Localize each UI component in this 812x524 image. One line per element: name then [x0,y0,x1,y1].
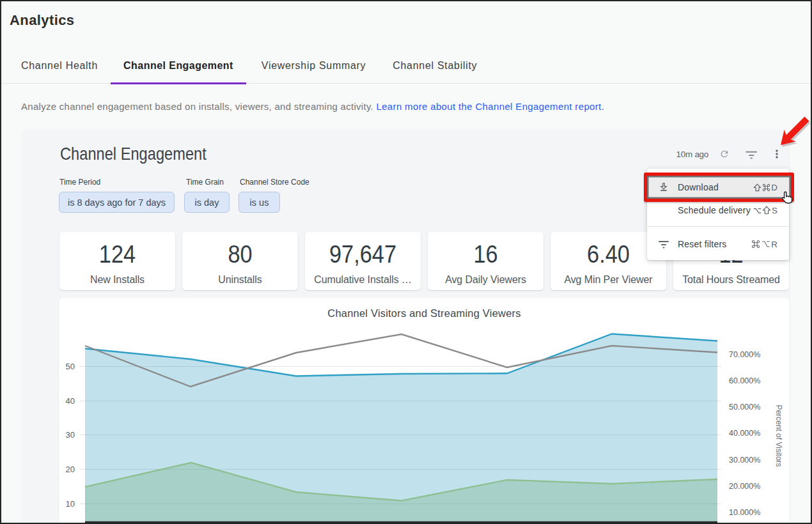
svg-text:40.000%: 40.000% [729,429,760,438]
svg-text:30.000%: 30.000% [729,456,760,465]
svg-text:10: 10 [66,499,75,509]
svg-text:50.000%: 50.000% [729,403,760,412]
svg-text:30: 30 [66,430,75,440]
svg-text:40: 40 [66,396,75,406]
svg-text:Percent of Visitors: Percent of Visitors [774,405,783,466]
svg-text:10.000%: 10.000% [729,508,760,517]
svg-text:20: 20 [66,465,75,474]
svg-text:50: 50 [66,362,75,371]
svg-text:60.000%: 60.000% [729,376,760,385]
svg-text:20.000%: 20.000% [729,482,760,491]
svg-text:70.000%: 70.000% [729,350,760,359]
